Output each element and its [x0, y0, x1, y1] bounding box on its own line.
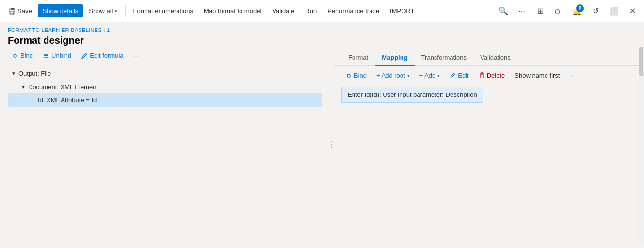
main-content: Bind Unbind Edit formula ···: [0, 46, 644, 243]
add-root-chevron-icon: ▾: [407, 73, 410, 78]
show-all-button[interactable]: Show all ▾: [84, 4, 122, 17]
svg-rect-1: [11, 8, 14, 10]
tree-item-output-file[interactable]: Output: File: [8, 67, 322, 80]
office-icon: O: [555, 7, 563, 15]
close-button[interactable]: ✕: [625, 3, 640, 19]
show-all-chevron-icon: ▾: [115, 9, 117, 14]
map-format-to-model-button[interactable]: Map format to model: [199, 4, 266, 17]
office-button[interactable]: O: [551, 3, 566, 19]
left-panel: Bind Unbind Edit formula ···: [0, 46, 330, 243]
unbind-icon: [43, 52, 49, 59]
edit-formula-button[interactable]: Edit formula: [77, 50, 127, 61]
right-panel: Format Mapping Transformations Validatio…: [334, 46, 644, 243]
main-toolbar: Save Show details Show all ▾ Format enum…: [0, 0, 644, 22]
run-button[interactable]: Run: [300, 4, 322, 17]
tab-transformations[interactable]: Transformations: [415, 50, 473, 66]
maximize-button[interactable]: ⬜: [606, 3, 622, 19]
notification-wrap: 🔔 0: [569, 3, 585, 19]
bind-button[interactable]: Bind: [8, 50, 37, 61]
tab-validations[interactable]: Validations: [473, 50, 517, 66]
performance-trace-button[interactable]: Performance trace: [322, 4, 384, 17]
unbind-button[interactable]: Unbind: [39, 50, 75, 61]
delete-button[interactable]: Delete: [475, 70, 509, 81]
show-details-button[interactable]: Show details: [38, 4, 83, 17]
format-enumerations-button[interactable]: Format enumerations: [129, 4, 198, 17]
page-title: Format designer: [8, 35, 636, 46]
scrollbar-thumb[interactable]: [639, 47, 643, 76]
tree-view: Output: File Document: XML Element ▶ Id:…: [0, 65, 330, 243]
save-button[interactable]: Save: [4, 4, 37, 17]
secondary-more-button[interactable]: ···: [129, 50, 143, 61]
edit-button[interactable]: Edit: [446, 70, 472, 81]
mapping-entry: Enter Id(Id): User input parameter: Desc…: [341, 87, 483, 103]
right-toolbar: Bind + Add root ▾ + Add ▾ Edit: [334, 66, 644, 85]
save-icon: [9, 8, 16, 15]
add-button[interactable]: + Add ▾: [416, 70, 444, 81]
add-chevron-icon: ▾: [437, 73, 440, 78]
toolbar-separator: [125, 5, 126, 17]
search-button[interactable]: 🔍: [496, 3, 511, 19]
tree-item-document-xml[interactable]: Document: XML Element: [8, 80, 322, 94]
secondary-toolbar: Bind Unbind Edit formula ···: [0, 46, 330, 65]
refresh-button[interactable]: ↺: [588, 3, 603, 19]
svg-rect-8: [480, 75, 483, 78]
breadcrumb: FORMAT TO LEARN ER BASELINES : 1: [8, 27, 636, 33]
tree-label-2: Id: XML Attribute = Id: [38, 95, 97, 105]
svg-rect-4: [44, 55, 48, 56]
tree-toggle-1[interactable]: [19, 83, 27, 91]
tree-item-id-xml-attr[interactable]: ▶ Id: XML Attribute = Id: [8, 93, 322, 107]
tab-format[interactable]: Format: [341, 50, 375, 66]
right-bind-icon: [345, 72, 352, 79]
add-root-button[interactable]: + Add root ▾: [372, 70, 414, 81]
tree-label-0: Output: File: [18, 69, 51, 78]
right-bind-button[interactable]: Bind: [341, 70, 370, 81]
notification-badge: 0: [576, 4, 584, 12]
tree-label-1: Document: XML Element: [28, 82, 98, 92]
bind-icon: [12, 52, 18, 59]
right-more-button[interactable]: ···: [565, 70, 579, 81]
page-header: FORMAT TO LEARN ER BASELINES : 1 Format …: [0, 22, 644, 46]
show-name-first-button[interactable]: Show name first: [511, 70, 564, 81]
import-button[interactable]: IMPORT: [385, 4, 419, 17]
svg-text:O: O: [555, 8, 560, 15]
toolbar-right: 🔍 ··· ⊞ O 🔔 0 ↺ ⬜ ✕: [496, 3, 640, 19]
svg-rect-2: [11, 11, 14, 14]
edit-icon: [450, 72, 456, 78]
tree-toggle-0[interactable]: [10, 70, 17, 78]
right-scrollbar[interactable]: [638, 46, 644, 243]
mapping-content: Enter Id(Id): User input parameter: Desc…: [334, 85, 644, 243]
panel-divider[interactable]: [330, 46, 334, 243]
validate-button[interactable]: Validate: [267, 4, 299, 17]
delete-icon: [479, 72, 485, 78]
more-options-button[interactable]: ···: [514, 3, 530, 19]
tree-toggle-2: ▶: [29, 96, 37, 104]
tabs: Format Mapping Transformations Validatio…: [334, 46, 644, 66]
edit-formula-icon: [81, 52, 88, 59]
bottom-bar: 🗑 ✏ Enabled: [0, 243, 644, 248]
tab-mapping[interactable]: Mapping: [375, 50, 414, 66]
grid-view-button[interactable]: ⊞: [532, 3, 548, 19]
